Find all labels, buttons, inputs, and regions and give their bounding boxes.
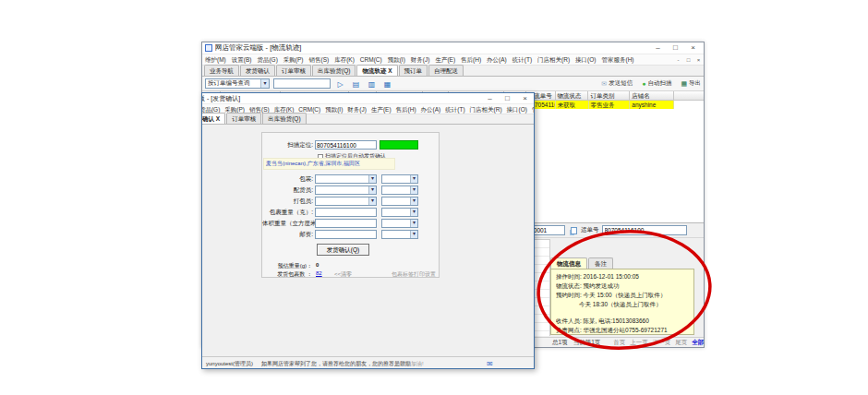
pagination-all[interactable]: 全部 (692, 339, 704, 347)
postage-input[interactable] (315, 230, 377, 239)
weight-label: 包裹重量（克）: (262, 208, 313, 217)
tab-outbound-check[interactable]: 出库验货(Q) (312, 65, 356, 76)
tab-ship-confirm[interactable]: 发货确认 X (201, 113, 225, 124)
pagination-last[interactable]: 尾页 (675, 339, 687, 347)
menu-item[interactable]: 门店相关(R) (467, 104, 504, 114)
chevron-down-icon: ▾ (410, 175, 417, 183)
inner-tab-bar: 业务导航 发货确认 X 订单审核 出库验货(Q) (201, 114, 535, 125)
volume-unit-select[interactable]: ▾ (381, 219, 418, 228)
doc-list-icon[interactable]: ▤ (350, 78, 362, 90)
menu-item[interactable]: 售后(H) (458, 54, 484, 66)
weight-input[interactable] (315, 208, 377, 217)
packer-select-2[interactable]: ▾ (381, 197, 418, 206)
menu-item[interactable]: 售后(H) (393, 104, 418, 114)
menu-item[interactable]: 货品(G) (254, 54, 280, 66)
menu-item[interactable]: 管家服务(H) (599, 54, 637, 66)
ship-confirm-form: 扫描定位: 扫描定位后自动发货确认 麦当当(ninecan),广东省,深圳市,福… (261, 132, 440, 278)
menu-item[interactable]: 接口(O) (573, 54, 598, 66)
est-weight-value: 0 (316, 262, 319, 268)
minimize-icon[interactable]: – (481, 93, 499, 104)
col-logistics-status[interactable]: 物流状态 (556, 91, 589, 101)
pagination-first[interactable]: 首页 (613, 339, 625, 347)
tab-order-review[interactable]: 订单审核 (276, 65, 311, 76)
menu-item[interactable]: 财务(J) (408, 54, 433, 66)
postage-select[interactable]: ▾ (381, 230, 418, 239)
detail-tab-bar: 物流信息 备注 (550, 257, 614, 269)
logistics-info-box: 操作时间: 2016-12-01 15:00:05 物流状态: 预约发送成功 预… (550, 269, 694, 335)
menu-item[interactable]: 生产(E) (368, 104, 393, 114)
close-icon[interactable]: × (684, 42, 702, 54)
menu-item[interactable]: 接口(O) (504, 104, 529, 114)
package-count-value[interactable]: 82 (316, 270, 322, 276)
pagination-next[interactable]: 下一页 (653, 339, 671, 347)
menu-item[interactable]: 维护(M) (202, 54, 229, 66)
tab-logistics-track[interactable]: 物流轨迹 X (356, 65, 397, 76)
cell-order-type: 零售业务 (589, 101, 631, 109)
tab-remark[interactable]: 备注 (588, 257, 613, 269)
menu-item[interactable]: 统计(T) (510, 54, 535, 66)
scan-input[interactable] (315, 140, 377, 150)
tab-outbound-check[interactable]: 出库验货(Q) (262, 113, 306, 124)
menu-item[interactable]: CRM(C) (357, 54, 385, 66)
tab-self-delivery[interactable]: 自理配送 (428, 65, 464, 76)
tab-logistics-info[interactable]: 物流信息 (550, 257, 587, 269)
query-mode-select[interactable]: 按订单编号查询 ▾ (205, 78, 270, 89)
info-branch: 负责网点: 华强北国通分站0755-69721271 (556, 326, 692, 335)
inner-title-bar: 网店管家云端版 - [发货确认] – □ × (201, 93, 535, 104)
package-select[interactable]: ▾ (315, 174, 377, 184)
status-cheer: 为管家加油! (394, 360, 424, 368)
cell-shop-name: anyshine (630, 101, 674, 109)
scan-label: 扫描定位: (262, 140, 313, 150)
menu-item[interactable]: 库存(K) (332, 54, 357, 66)
menu-item[interactable]: 销售(S) (306, 54, 332, 66)
menu-item[interactable]: 办公(A) (484, 54, 510, 66)
picker-select[interactable]: ▾ (315, 186, 377, 195)
menu-item[interactable]: 门店相关(R) (535, 54, 573, 66)
chevron-down-icon: ▾ (368, 198, 376, 205)
chevron-down-icon: ▾ (260, 79, 269, 88)
menu-item[interactable]: 财务(J) (345, 104, 369, 114)
doc-next-icon[interactable]: ▥ (366, 78, 378, 90)
menu-item[interactable]: 管家服务(H) (530, 104, 536, 114)
picker-label: 配货员: (262, 186, 313, 195)
menu-item[interactable]: 采购(P) (281, 54, 307, 66)
status-mail-icon[interactable]: ✉ (487, 360, 493, 368)
picker-select-2[interactable]: ▾ (381, 186, 418, 195)
label-print-settings-link[interactable]: 包裹标签打印设置 (392, 270, 436, 279)
col-shop-name[interactable]: 店铺名 (630, 91, 674, 101)
volume-input[interactable] (315, 219, 377, 228)
export-button[interactable]: ▦ 导出 (681, 79, 701, 88)
col-order-type[interactable]: 订单类别 (588, 91, 630, 101)
package-select-2[interactable]: ▾ (381, 174, 418, 184)
maximize-icon[interactable]: □ (667, 42, 684, 54)
menu-item[interactable]: 预款(I) (385, 54, 408, 66)
copy-icon[interactable] (571, 227, 577, 234)
tab-order-review[interactable]: 订单审核 (226, 113, 261, 124)
ship-confirm-button[interactable]: 发货确认(Q) (317, 244, 369, 256)
close-icon[interactable]: × (516, 93, 534, 104)
tab-business-nav[interactable]: 业务导航 (204, 65, 239, 76)
status-user: yunyoutest(管理员) (206, 360, 253, 368)
packer-select[interactable]: ▾ (315, 197, 377, 206)
run-query-icon[interactable]: ▷ (334, 78, 346, 90)
waybill-input[interactable] (602, 225, 687, 235)
doc-grid-icon[interactable]: ▦ (381, 78, 393, 90)
menu-item[interactable]: 预款(I) (323, 104, 345, 114)
pagination-prev[interactable]: 上一页 (630, 339, 648, 347)
send-sms-button[interactable]: ✉ 发送短信 (601, 79, 633, 88)
mdi-minimize-icon[interactable]: - (673, 57, 683, 63)
query-input[interactable] (273, 78, 331, 89)
menu-item[interactable]: 办公(A) (418, 104, 443, 114)
maximize-icon[interactable]: □ (499, 93, 516, 104)
tab-ship-confirm[interactable]: 发货确认 (240, 65, 275, 76)
mdi-restore-icon[interactable]: □ (683, 57, 693, 63)
weight-unit-select[interactable]: ▾ (381, 208, 418, 217)
menu-item[interactable]: 统计(T) (443, 104, 467, 114)
auto-scan-button[interactable]: ● 自动扫描 (642, 79, 671, 88)
menu-item[interactable]: 设置(B) (229, 54, 255, 66)
menu-item[interactable]: 生产(E) (432, 54, 458, 66)
clear-count-link[interactable]: <<清零 (334, 270, 352, 279)
mdi-close-icon[interactable]: × (693, 57, 704, 63)
tab-preorder[interactable]: 预订单 (399, 65, 428, 76)
minimize-icon[interactable]: – (649, 42, 667, 54)
